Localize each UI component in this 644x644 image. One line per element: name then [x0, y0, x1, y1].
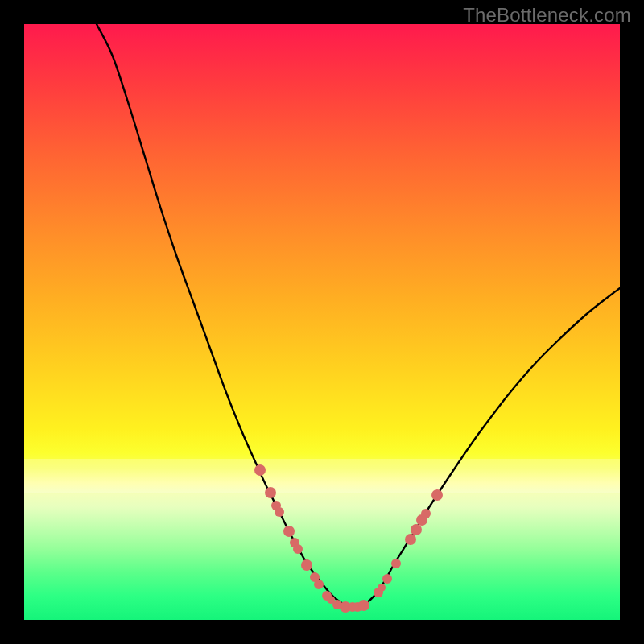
bottleneck-curve [97, 24, 620, 607]
chart-svg [24, 24, 620, 620]
curve-marker [358, 600, 369, 611]
curve-marker [391, 559, 401, 568]
curve-markers [254, 464, 443, 613]
curve-marker [265, 487, 276, 498]
watermark-text: TheBottleneck.com [463, 4, 631, 27]
curve-marker [314, 580, 324, 589]
curve-marker [275, 507, 284, 517]
curve-marker [411, 524, 422, 535]
curve-marker [405, 534, 416, 545]
curve-marker [293, 544, 303, 554]
curve-marker [283, 526, 295, 537]
curve-marker [378, 584, 386, 592]
plot-area [24, 24, 620, 620]
curve-marker [382, 574, 392, 584]
curve-marker [431, 489, 443, 501]
curve-marker [254, 464, 266, 476]
curve-marker [421, 509, 431, 518]
curve-marker [301, 559, 312, 571]
chart-frame: TheBottleneck.com [0, 0, 644, 644]
